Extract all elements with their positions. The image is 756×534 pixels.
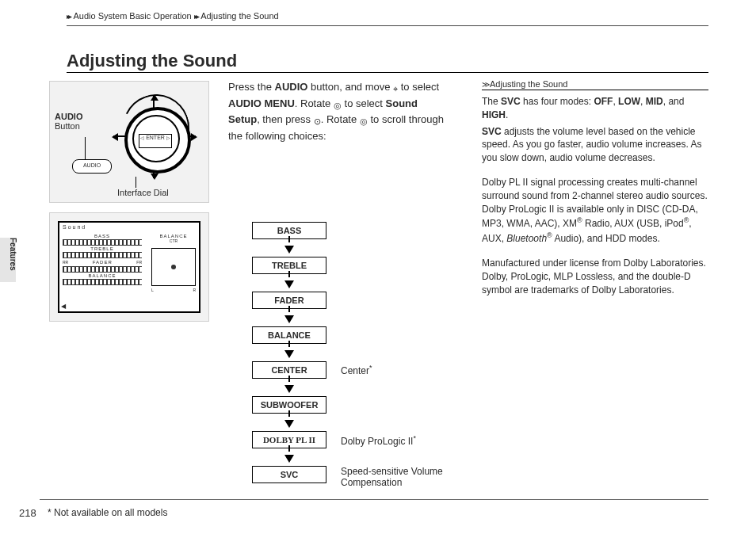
text: to select (398, 81, 439, 93)
row-label: BALANCE (63, 273, 142, 278)
arrow-stem (288, 376, 290, 382)
arrow-stem (288, 271, 290, 277)
text: has four modes: (521, 96, 594, 107)
footnote-marker: * (413, 434, 416, 442)
ctr-label: CTR (151, 238, 196, 243)
text: . Rotate (321, 113, 360, 125)
interface-dial-label: Interface Dial (117, 188, 169, 197)
annotation-center: Center* (341, 364, 372, 376)
reg-mark: ® (547, 231, 552, 239)
row-label: FADER (71, 260, 134, 265)
page-number: 218 (19, 507, 36, 519)
chevron-icon: ▸▸ (67, 12, 70, 21)
text-bold: AUDIO (275, 81, 308, 93)
text: Press the (228, 81, 275, 93)
text-bold: AUDIO MENU (228, 97, 295, 109)
tiny-label: L (151, 288, 154, 292)
text: , and (663, 96, 685, 107)
text-bold: HIGH (482, 109, 506, 120)
text: The (482, 96, 501, 107)
breadcrumb-a: Audio System Basic Operation (73, 11, 191, 21)
slider-illustration (63, 266, 142, 273)
tiny-label: RR (63, 260, 68, 265)
info-para-1: The SVC has four modes: OFF, LOW, MID, a… (482, 95, 708, 122)
text-italic: Bluetooth (506, 233, 547, 244)
info-para-3: Dolby PL II signal processing creates mu… (482, 176, 708, 246)
annotation-dolby: Dolby ProLogic II* (341, 434, 416, 447)
dial-icon: ◎ (360, 115, 368, 128)
label-text: Button (55, 121, 80, 131)
text: . Rotate (295, 97, 334, 109)
info-header: ≫Adjusting the Sound (482, 79, 708, 90)
text: Dolby ProLogic II (341, 436, 413, 447)
text: Center (341, 365, 369, 376)
back-icon: ◀ (61, 303, 66, 310)
text: Speed-sensitive Volume (341, 466, 443, 477)
balance-dot-icon (171, 265, 176, 269)
arrow-down-icon (284, 350, 294, 358)
enter-button-icon: ◁ ENTER ▷ (139, 134, 172, 148)
text-bold: SVC (482, 126, 502, 137)
reg-mark: ® (577, 216, 582, 224)
text: adjusts the volume level based on the ve… (482, 126, 702, 164)
tiny-label: FR (136, 260, 142, 265)
text: , then press (257, 113, 314, 125)
text-bold: OFF (594, 96, 613, 107)
text-bold: MID (646, 96, 663, 107)
press-icon: ⊙ (314, 115, 321, 128)
label-text: AUDIO (55, 112, 82, 121)
enter-label: ENTER (146, 135, 165, 140)
side-tab-label: Features (9, 238, 17, 271)
footnote-marker: * (369, 364, 372, 372)
arrow-down-icon (284, 315, 294, 323)
slider-illustration (63, 279, 142, 285)
divider (67, 25, 708, 26)
slider-illustration (63, 239, 142, 246)
text: Compensation (341, 477, 402, 488)
flow-chart: BASS TREBLE FADER BALANCE CENTER SUBWOOF… (252, 222, 326, 483)
annotation-svc: Speed-sensitive Volume Compensation (341, 466, 443, 489)
figure-interface-dial: AUDIO Button ◁ ENTER ▷ AUDIO Interface D… (49, 81, 209, 203)
text: to select (342, 97, 386, 109)
side-tab-features: Features (0, 238, 16, 282)
arrow-stem (288, 306, 290, 312)
instruction-text: Press the AUDIO button, and move ⌖ to se… (228, 79, 450, 143)
arrow-down-icon (284, 280, 294, 288)
audio-hw-button: AUDIO (72, 159, 112, 174)
arrow-stem (288, 410, 290, 417)
screen-title: Sound (63, 224, 86, 230)
dial-icon: ◎ (334, 99, 342, 113)
text-bold: SVC (501, 96, 521, 107)
page-title: Adjusting the Sound (67, 51, 237, 71)
audio-button-label: AUDIO Button (55, 112, 82, 131)
text: Radio, AUX (USB, iPod (582, 218, 684, 229)
slider-illustration (63, 252, 142, 258)
text: Audio), and HDD modes. (552, 233, 660, 244)
info-icon: ≫ (482, 80, 490, 89)
text: , (640, 96, 646, 107)
breadcrumb-b: Adjusting the Sound (200, 11, 278, 21)
dial-illustration: ◁ ENTER ▷ (107, 90, 202, 185)
breadcrumb: ▸▸ Audio System Basic Operation ▸▸ Adjus… (67, 11, 279, 21)
chevron-icon: ▸▸ (194, 12, 197, 21)
divider (40, 499, 708, 500)
footnote: * Not available on all models (48, 507, 167, 518)
text: . (506, 109, 508, 120)
text-bold: LOW (618, 96, 640, 107)
tiny-label: R (193, 288, 196, 292)
info-para-2: SVC adjusts the volume level based on th… (482, 125, 708, 165)
leader-line (136, 177, 136, 188)
arrow-down-icon (284, 455, 294, 463)
figure-sound-screen: Sound BASS TREBLE RRFADERFR BALANCE BALA… (49, 212, 209, 322)
sound-screen: Sound BASS TREBLE RRFADERFR BALANCE BALA… (58, 221, 200, 313)
text: Adjusting the Sound (490, 79, 567, 89)
arrow-down-icon (284, 246, 294, 254)
arrow-stem (288, 341, 290, 347)
arrow-stem (288, 445, 290, 452)
row-label: TREBLE (63, 246, 142, 251)
info-column: ≫Adjusting the Sound The SVC has four mo… (482, 79, 708, 307)
text: button, and move (307, 81, 393, 93)
balance-grid (151, 248, 196, 286)
info-para-4: Manufactured under license from Dolby La… (482, 257, 708, 296)
arrow-stem (288, 236, 290, 242)
